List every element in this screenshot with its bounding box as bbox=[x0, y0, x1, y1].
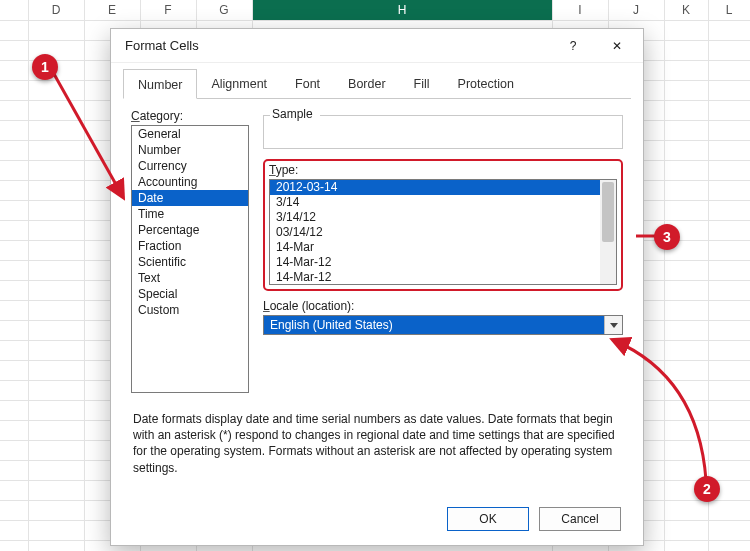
column-header-J[interactable]: J bbox=[608, 0, 664, 20]
column-header-I[interactable]: I bbox=[552, 0, 608, 20]
locale-dropdown-button[interactable] bbox=[604, 316, 622, 334]
type-group-highlight: Type: 2012-03-143/143/14/1203/14/1214-Ma… bbox=[263, 159, 623, 291]
category-item[interactable]: Date bbox=[132, 190, 248, 206]
tab-fill[interactable]: Fill bbox=[400, 69, 444, 98]
category-item[interactable]: Fraction bbox=[132, 238, 248, 254]
ok-button[interactable]: OK bbox=[447, 507, 529, 531]
sample-label: Sample bbox=[270, 107, 315, 121]
close-button[interactable]: ✕ bbox=[595, 31, 639, 61]
tab-protection[interactable]: Protection bbox=[444, 69, 528, 98]
column-header-D[interactable]: D bbox=[28, 0, 84, 20]
tab-alignment[interactable]: Alignment bbox=[197, 69, 281, 98]
dialog-title: Format Cells bbox=[125, 38, 551, 53]
chevron-down-icon bbox=[610, 323, 618, 328]
type-item[interactable]: 3/14/12 bbox=[270, 210, 600, 225]
column-header-F[interactable]: F bbox=[140, 0, 196, 20]
category-item[interactable]: Custom bbox=[132, 302, 248, 318]
tab-font[interactable]: Font bbox=[281, 69, 334, 98]
type-item[interactable]: 03/14/12 bbox=[270, 225, 600, 240]
category-item[interactable]: Time bbox=[132, 206, 248, 222]
cancel-button[interactable]: Cancel bbox=[539, 507, 621, 531]
column-header-L[interactable]: L bbox=[708, 0, 750, 20]
tab-strip: NumberAlignmentFontBorderFillProtection bbox=[123, 69, 631, 99]
annotation-badge-2: 2 bbox=[694, 476, 720, 502]
annotation-badge-3: 3 bbox=[654, 224, 680, 250]
category-label: Category: bbox=[131, 109, 249, 123]
annotation-badge-1: 1 bbox=[32, 54, 58, 80]
type-item[interactable]: 14-Mar-12 bbox=[270, 270, 600, 285]
type-list[interactable]: 2012-03-143/143/14/1203/14/1214-Mar14-Ma… bbox=[269, 179, 617, 285]
tab-number[interactable]: Number bbox=[123, 69, 197, 99]
category-list[interactable]: GeneralNumberCurrencyAccountingDateTimeP… bbox=[131, 125, 249, 393]
type-label: Type: bbox=[269, 163, 617, 177]
category-item[interactable]: Accounting bbox=[132, 174, 248, 190]
format-explanation-text: Date formats display date and time seria… bbox=[133, 411, 621, 476]
category-item[interactable]: Percentage bbox=[132, 222, 248, 238]
type-item[interactable]: 3/14 bbox=[270, 195, 600, 210]
locale-value: English (United States) bbox=[264, 316, 604, 334]
category-item[interactable]: General bbox=[132, 126, 248, 142]
column-header-H[interactable]: H bbox=[252, 0, 552, 20]
format-cells-dialog: Format Cells ? ✕ NumberAlignmentFontBord… bbox=[110, 28, 644, 546]
category-item[interactable]: Scientific bbox=[132, 254, 248, 270]
tab-border[interactable]: Border bbox=[334, 69, 400, 98]
column-header-G[interactable]: G bbox=[196, 0, 252, 20]
category-item[interactable]: Number bbox=[132, 142, 248, 158]
column-header-K[interactable]: K bbox=[664, 0, 708, 20]
locale-select[interactable]: English (United States) bbox=[263, 315, 623, 335]
type-item[interactable]: 2012-03-14 bbox=[270, 180, 600, 195]
category-item[interactable]: Currency bbox=[132, 158, 248, 174]
category-item[interactable]: Text bbox=[132, 270, 248, 286]
type-item[interactable]: 14-Mar-12 bbox=[270, 255, 600, 270]
locale-label: Locale (location): bbox=[263, 299, 623, 313]
column-header-E[interactable]: E bbox=[84, 0, 140, 20]
type-item[interactable]: 14-Mar bbox=[270, 240, 600, 255]
titlebar: Format Cells ? ✕ bbox=[111, 29, 643, 63]
sample-box: Sample bbox=[263, 115, 623, 149]
type-scrollbar[interactable] bbox=[600, 180, 616, 284]
type-scroll-thumb[interactable] bbox=[602, 182, 614, 242]
help-button[interactable]: ? bbox=[551, 31, 595, 61]
category-item[interactable]: Special bbox=[132, 286, 248, 302]
